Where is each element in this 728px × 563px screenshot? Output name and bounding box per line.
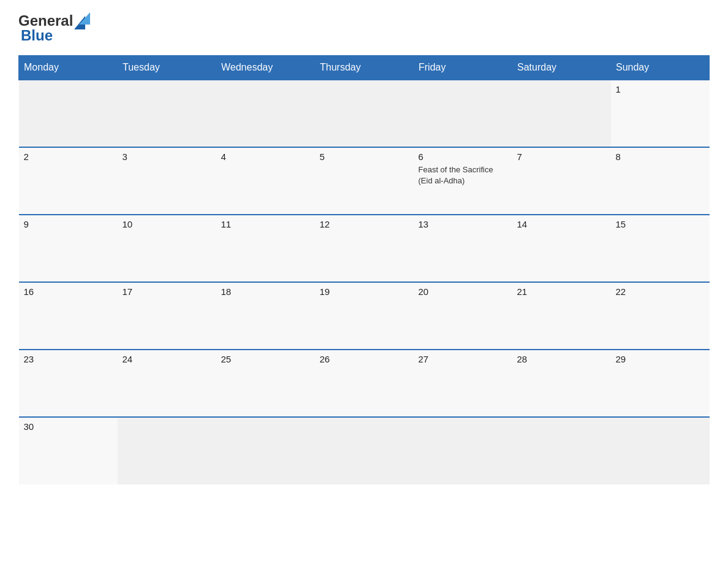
day-number: 10 — [123, 219, 211, 229]
day-number: 25 — [221, 354, 310, 364]
calendar-cell: 11 — [216, 215, 315, 282]
day-number: 3 — [123, 151, 211, 162]
calendar-cell: 27 — [414, 350, 512, 417]
day-number: 15 — [616, 219, 705, 229]
calendar-cell: 8 — [611, 147, 710, 215]
calendar-cell: 10 — [118, 215, 216, 282]
calendar-cell: 23 — [19, 350, 118, 417]
day-number: 18 — [221, 286, 310, 297]
day-number: 12 — [320, 219, 409, 229]
weekday-header: Monday — [19, 56, 118, 80]
calendar-cell: 26 — [315, 350, 414, 417]
day-number: 17 — [123, 286, 211, 297]
day-number: 9 — [24, 219, 113, 229]
day-number: 24 — [123, 354, 211, 364]
day-number: 1 — [616, 84, 705, 94]
weekday-header: Friday — [414, 56, 512, 80]
calendar-cell: 6Feast of the Sacrifice (Eid al-Adha) — [414, 147, 512, 215]
day-number: 4 — [221, 151, 310, 162]
calendar-cell — [611, 417, 710, 484]
calendar-cell: 30 — [19, 417, 118, 484]
calendar-cell: 13 — [414, 215, 512, 282]
calendar-cell: 7 — [512, 147, 611, 215]
calendar-cell: 14 — [512, 215, 611, 282]
calendar-cell: 15 — [611, 215, 710, 282]
weekday-row: MondayTuesdayWednesdayThursdayFridaySatu… — [19, 56, 710, 80]
calendar-week-row: 1 — [19, 80, 710, 147]
calendar-cell: 29 — [611, 350, 710, 417]
day-number: 30 — [24, 421, 113, 432]
calendar-cell: 24 — [118, 350, 216, 417]
day-number: 28 — [517, 354, 606, 364]
calendar-header: MondayTuesdayWednesdayThursdayFridaySatu… — [19, 56, 710, 80]
day-number: 2 — [24, 151, 113, 162]
calendar-cell — [216, 417, 315, 484]
weekday-header: Saturday — [512, 56, 611, 80]
day-number: 14 — [517, 219, 606, 229]
calendar-cell: 19 — [315, 282, 414, 350]
day-number: 6 — [419, 151, 507, 162]
calendar-cell — [315, 80, 414, 147]
calendar-cell: 25 — [216, 350, 315, 417]
day-number: 20 — [419, 286, 507, 297]
day-number: 22 — [616, 286, 705, 297]
calendar-cell: 20 — [414, 282, 512, 350]
calendar-cell: 5 — [315, 147, 414, 215]
logo: General Blue — [18, 12, 94, 44]
calendar-cell: 16 — [19, 282, 118, 350]
weekday-header: Thursday — [315, 56, 414, 80]
calendar-week-row: 23456Feast of the Sacrifice (Eid al-Adha… — [19, 147, 710, 215]
calendar-cell — [118, 417, 216, 484]
day-number: 13 — [419, 219, 507, 229]
day-number: 11 — [221, 219, 310, 229]
calendar-cell: 9 — [19, 215, 118, 282]
calendar-cell — [315, 417, 414, 484]
calendar-cell — [118, 80, 216, 147]
calendar-cell — [512, 80, 611, 147]
logo-blue-text: Blue — [21, 27, 53, 44]
weekday-header: Wednesday — [216, 56, 315, 80]
day-number: 23 — [24, 354, 113, 364]
calendar-cell — [414, 80, 512, 147]
day-number: 29 — [616, 354, 705, 364]
day-number: 19 — [320, 286, 409, 297]
calendar-cell: 21 — [512, 282, 611, 350]
calendar-cell: 17 — [118, 282, 216, 350]
day-number: 8 — [616, 151, 705, 162]
calendar-cell: 18 — [216, 282, 315, 350]
calendar-cell — [414, 417, 512, 484]
page-header: General Blue — [18, 12, 710, 44]
calendar-week-row: 23242526272829 — [19, 350, 710, 417]
day-number: 7 — [517, 151, 606, 162]
day-number: 26 — [320, 354, 409, 364]
calendar-cell: 22 — [611, 282, 710, 350]
calendar-table: MondayTuesdayWednesdayThursdayFridaySatu… — [18, 55, 710, 484]
weekday-header: Sunday — [611, 56, 710, 80]
calendar-cell: 4 — [216, 147, 315, 215]
day-number: 21 — [517, 286, 606, 297]
calendar-cell: 1 — [611, 80, 710, 147]
day-number: 5 — [320, 151, 409, 162]
calendar-cell: 28 — [512, 350, 611, 417]
calendar-cell — [19, 80, 118, 147]
calendar-cell: 12 — [315, 215, 414, 282]
calendar-cell: 2 — [19, 147, 118, 215]
event-label: Feast of the Sacrifice (Eid al-Adha) — [419, 164, 507, 186]
weekday-header: Tuesday — [118, 56, 216, 80]
calendar-cell — [216, 80, 315, 147]
day-number: 16 — [24, 286, 113, 297]
calendar-week-row: 16171819202122 — [19, 282, 710, 350]
calendar-cell — [512, 417, 611, 484]
calendar-body: 123456Feast of the Sacrifice (Eid al-Adh… — [19, 80, 710, 484]
day-number: 27 — [419, 354, 507, 364]
calendar-week-row: 9101112131415 — [19, 215, 710, 282]
calendar-cell: 3 — [118, 147, 216, 215]
calendar-week-row: 30 — [19, 417, 710, 484]
logo-icon — [74, 12, 94, 29]
